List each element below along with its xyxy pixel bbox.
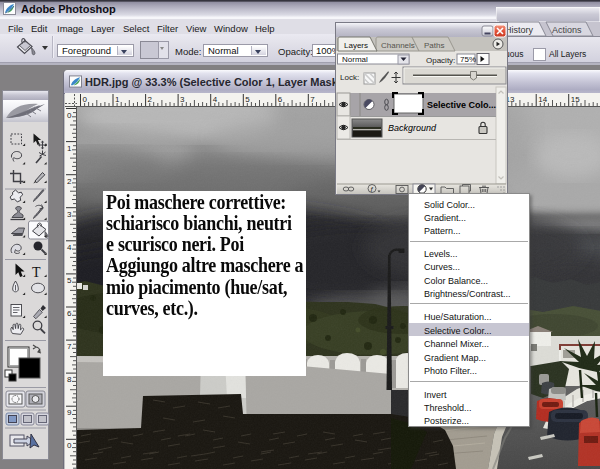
svg-text:Layers: Layers: [344, 41, 368, 50]
svg-text:3: 3: [67, 210, 72, 219]
svg-text:0: 0: [83, 95, 88, 104]
svg-text:75%: 75%: [460, 55, 476, 64]
svg-text:Background: Background: [388, 123, 437, 133]
svg-text:1: 1: [115, 95, 120, 104]
svg-text:Channels: Channels: [381, 41, 415, 50]
svg-text:Paths: Paths: [424, 41, 444, 50]
svg-text:7: 7: [67, 342, 72, 351]
svg-text:Selective Colo...: Selective Colo...: [427, 100, 496, 110]
svg-text:7: 7: [310, 95, 315, 104]
svg-text:T: T: [32, 265, 41, 280]
svg-text:Actions: Actions: [552, 25, 582, 35]
svg-text:History: History: [505, 25, 534, 35]
svg-text:2: 2: [148, 95, 153, 104]
svg-text:Opacity:: Opacity:: [426, 56, 455, 65]
svg-text:14: 14: [538, 95, 547, 104]
svg-text:5: 5: [67, 276, 72, 285]
svg-text:5: 5: [245, 95, 250, 104]
svg-text:6: 6: [67, 309, 72, 318]
svg-text:3: 3: [180, 95, 185, 104]
svg-text:4: 4: [213, 95, 218, 104]
svg-text:Lock:: Lock:: [340, 73, 359, 82]
svg-text:2: 2: [67, 177, 72, 186]
svg-text:Normal: Normal: [342, 55, 368, 64]
svg-text:15: 15: [571, 95, 580, 104]
svg-text:8: 8: [67, 375, 72, 384]
svg-text:1: 1: [67, 144, 72, 153]
svg-text:6: 6: [278, 95, 283, 104]
svg-text:0: 0: [67, 441, 72, 450]
svg-text:0: 0: [67, 111, 72, 120]
svg-text:4: 4: [67, 243, 72, 252]
svg-text:9: 9: [67, 408, 72, 417]
